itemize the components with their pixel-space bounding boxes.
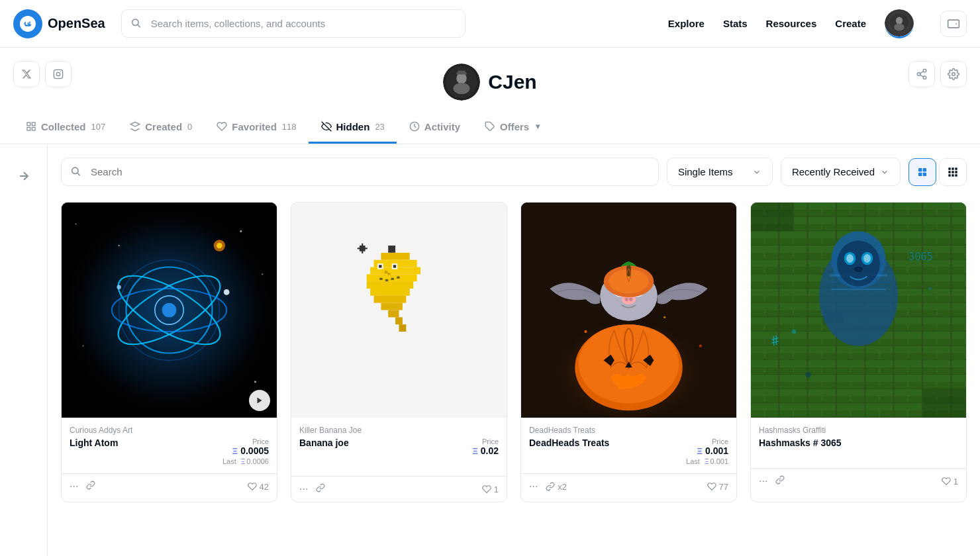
nft-link-button-1[interactable] xyxy=(86,481,95,492)
tab-created-label: Created xyxy=(145,121,182,132)
settings-button[interactable] xyxy=(940,61,967,87)
tab-collected[interactable]: Collected 107 xyxy=(13,111,117,144)
tab-hidden[interactable]: Hidden 23 xyxy=(309,111,397,144)
svg-rect-31 xyxy=(923,168,926,171)
nft-like-1[interactable]: 42 xyxy=(248,482,269,492)
nft-more-button-3[interactable]: ··· xyxy=(529,481,538,492)
tab-created[interactable]: Created 0 xyxy=(117,111,204,144)
nft-price-val-1: Ξ 0.0005 xyxy=(232,445,269,456)
svg-line-17 xyxy=(920,75,923,77)
nft-action-left-2: ··· xyxy=(299,483,325,495)
small-grid-view-button[interactable] xyxy=(939,158,967,186)
svg-rect-74 xyxy=(399,324,407,332)
tab-activity[interactable]: Activity xyxy=(397,111,472,144)
tab-activity-label: Activity xyxy=(424,121,460,132)
tab-hidden-label: Hidden xyxy=(336,121,370,132)
nft-action-left-4: ··· xyxy=(759,475,785,487)
nft-card-1: Curious Addys Art Light Atom Price Ξ 0.0… xyxy=(61,202,277,502)
twitter-icon xyxy=(21,69,32,79)
nft-info-2: Killer Banana Joe Banana joe Price Ξ 0.0… xyxy=(291,418,507,476)
favorited-icon xyxy=(216,120,228,132)
twitter-button[interactable] xyxy=(13,61,40,87)
nft-likes-2: 1 xyxy=(494,485,499,494)
svg-rect-13 xyxy=(458,71,466,74)
svg-point-16 xyxy=(923,76,926,79)
search-input[interactable] xyxy=(121,9,466,38)
nav-resources[interactable]: Resources xyxy=(766,18,817,29)
link-icon-3 xyxy=(546,482,555,491)
eth-icon-3: Ξ xyxy=(697,446,703,456)
wallet-button[interactable] xyxy=(940,11,967,37)
nav-explore[interactable]: Explore xyxy=(668,18,705,29)
nft-more-button-1[interactable]: ··· xyxy=(70,481,78,492)
svg-rect-43 xyxy=(62,203,277,418)
play-button-1[interactable] xyxy=(249,390,270,411)
profile-picture xyxy=(443,64,480,101)
nft-price-1: 0.0005 xyxy=(240,445,269,456)
instagram-button[interactable] xyxy=(45,61,72,87)
offers-chevron[interactable]: ▾ xyxy=(536,122,540,131)
svg-point-107 xyxy=(699,345,702,348)
nft-like-4[interactable]: 1 xyxy=(942,477,958,486)
nft-action-left-1: ··· xyxy=(70,481,95,492)
svg-rect-63 xyxy=(388,246,395,253)
offers-icon xyxy=(484,120,496,132)
nft-link-button-2[interactable] xyxy=(316,483,325,495)
sort-filter-dropdown[interactable]: Recently Received xyxy=(781,158,901,186)
nft-image-4: # 3065 xyxy=(751,203,966,418)
svg-point-3 xyxy=(896,17,903,24)
nav-create[interactable]: Create xyxy=(835,18,866,29)
last-eth-icon-1: Ξ xyxy=(241,458,246,465)
svg-rect-41 xyxy=(952,174,954,176)
svg-point-53 xyxy=(109,263,230,357)
tab-favorited-label: Favorited xyxy=(232,121,277,132)
svg-rect-35 xyxy=(952,167,954,169)
nft-more-button-4[interactable]: ··· xyxy=(759,475,767,487)
activity-icon xyxy=(409,120,420,132)
svg-point-106 xyxy=(663,316,665,318)
svg-point-52 xyxy=(109,263,230,357)
svg-point-49 xyxy=(254,381,256,383)
nft-like-2[interactable]: 1 xyxy=(482,485,499,494)
tab-offers[interactable]: Offers ▾ xyxy=(472,111,552,144)
svg-point-19 xyxy=(952,73,956,76)
logo[interactable]: OpenSea xyxy=(13,9,105,38)
tab-hidden-count: 23 xyxy=(375,122,384,132)
type-filter-dropdown[interactable]: Single Items xyxy=(667,158,773,186)
nft-info-4: Hashmasks Graffiti Hashmasks # 3065 xyxy=(751,418,966,468)
nft-name-price-3: DeadHeads Treats Price Ξ 0.001 xyxy=(529,438,728,456)
grid-view-button[interactable] xyxy=(908,158,936,186)
svg-point-14 xyxy=(923,70,926,73)
share-button[interactable] xyxy=(908,61,935,87)
light-atom-art xyxy=(62,203,277,418)
tab-favorited[interactable]: Favorited 118 xyxy=(204,111,308,144)
nft-more-button-2[interactable]: ··· xyxy=(299,483,308,495)
svg-point-55 xyxy=(155,296,183,324)
app-name: OpenSea xyxy=(48,16,105,31)
svg-line-29 xyxy=(77,173,80,175)
svg-rect-34 xyxy=(948,167,950,169)
tab-collected-label: Collected xyxy=(41,121,86,132)
toggle-sidebar-button[interactable] xyxy=(11,163,37,189)
svg-rect-30 xyxy=(918,168,922,171)
heart-icon-3 xyxy=(707,482,716,491)
eth-icon-1: Ξ xyxy=(232,446,238,456)
nft-like-3[interactable]: 77 xyxy=(707,482,728,492)
svg-rect-23 xyxy=(32,127,35,130)
logo-icon xyxy=(13,9,42,38)
type-filter-chevron xyxy=(752,167,761,177)
svg-rect-40 xyxy=(948,174,950,176)
svg-rect-21 xyxy=(32,122,35,126)
svg-rect-78 xyxy=(393,265,396,267)
nft-likes-3: 77 xyxy=(719,482,728,492)
svg-point-46 xyxy=(240,230,242,232)
nft-name-1: Light Atom xyxy=(70,438,118,448)
arrow-right-icon xyxy=(17,169,30,183)
user-avatar[interactable] xyxy=(885,9,914,38)
nft-share-button-3[interactable]: x2 xyxy=(546,481,567,492)
svg-rect-64 xyxy=(381,253,409,260)
nav-stats[interactable]: Stats xyxy=(723,18,748,29)
item-search-input[interactable] xyxy=(61,158,659,186)
nft-link-button-4[interactable] xyxy=(775,475,785,487)
content-area: Single Items Recently Received xyxy=(0,144,980,556)
